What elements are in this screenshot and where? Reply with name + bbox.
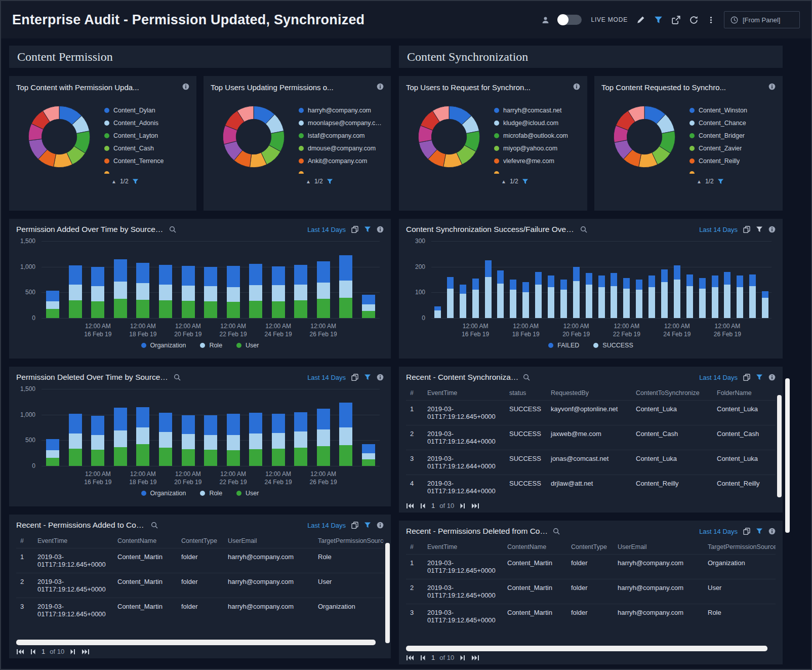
x-axis-label: 12:00 AM22 Feb 19 [220,322,247,338]
more-options-icon[interactable] [707,16,715,24]
bar-segment [686,274,693,286]
bar-segment [69,433,82,448]
legend-page-up-icon[interactable]: ▲ [306,179,311,184]
horizontal-scrollbar[interactable] [16,640,376,645]
bar-segment [497,270,504,283]
horizontal-scrollbar[interactable] [406,646,767,651]
content-permission-column: Content Permission Top Content with Perm… [9,46,391,664]
bar-segment [136,283,149,299]
export-icon[interactable] [672,16,680,24]
legend-page-up-icon[interactable]: ▲ [111,179,116,184]
panel-title: Content Synchronization Success/Failure … [406,225,576,234]
stacked-bar [447,277,454,318]
filter-icon[interactable] [132,178,139,185]
copy-icon[interactable] [351,374,358,381]
y-axis-tick: 500 [25,289,35,296]
copy-icon[interactable] [743,374,750,381]
legend-dot [494,133,499,138]
info-icon[interactable] [377,374,384,381]
legend-item: Role [200,341,222,349]
first-page-icon[interactable] [406,502,414,509]
last-page-icon[interactable] [471,654,479,661]
filter-icon[interactable] [756,226,763,233]
live-mode-toggle[interactable] [558,15,582,25]
stacked-bar [272,414,285,466]
prev-page-icon[interactable] [29,648,37,655]
table-cell: 2019-03-01T17:19:12.645+0000 [423,604,503,629]
magnifier-icon[interactable] [151,522,158,529]
magnifier-icon[interactable] [169,226,176,233]
edit-pencil-icon[interactable] [637,16,645,24]
vertical-scrollbar[interactable] [385,543,390,643]
legend-page-up-icon[interactable]: ▲ [697,179,702,184]
info-icon[interactable] [377,83,384,90]
filter-icon[interactable] [364,226,371,233]
stacked-bar [661,269,668,318]
time-range-label[interactable]: Last 14 Days [307,522,346,529]
first-page-icon[interactable] [16,648,24,655]
vertical-scrollbar[interactable] [777,395,782,497]
bar-segment [522,282,529,292]
bar-segment [159,413,172,432]
legend-page-up-icon[interactable]: ▲ [501,179,506,184]
legend-label: microfab@outlook.com [503,132,568,139]
filter-icon[interactable] [364,374,371,381]
magnifier-icon[interactable] [174,374,181,381]
info-icon[interactable] [377,522,384,529]
info-icon[interactable] [768,226,776,233]
copy-icon[interactable] [351,226,358,233]
info-icon[interactable] [768,83,776,90]
page-number: 1 [42,648,45,655]
bar-segment [272,449,285,466]
bar-segment [294,412,307,432]
legend-dot [104,159,109,164]
first-page-icon[interactable] [406,654,414,661]
prev-page-icon[interactable] [419,502,427,509]
magnifier-icon[interactable] [580,226,587,233]
last-page-icon[interactable] [471,502,479,509]
table-cell: SUCCESS [505,401,547,425]
table-cell: harryh@company.com [224,598,314,623]
bar-segment [573,281,580,319]
filter-icon[interactable] [717,178,724,185]
time-range-label[interactable]: Last 14 Days [307,374,346,381]
info-icon[interactable] [768,528,776,535]
copy-icon[interactable] [743,528,750,535]
legend-item: User [236,489,259,497]
bar-segment [674,280,680,318]
info-icon[interactable] [182,83,189,90]
magnifier-icon[interactable] [523,374,530,381]
filter-icon[interactable] [756,528,763,535]
filter-icon[interactable] [327,178,333,185]
filter-icon[interactable] [364,522,371,529]
prev-page-icon[interactable] [419,654,427,661]
next-page-icon[interactable] [459,502,467,509]
info-icon[interactable] [768,374,776,381]
time-range-selector[interactable]: [From Panel] [724,11,800,28]
bar-segment [611,286,617,318]
page-vertical-scrollbar[interactable] [785,378,790,533]
stacked-bar [724,272,730,318]
info-icon[interactable] [573,83,580,90]
filter-icon[interactable] [654,16,663,24]
donut-legend: Content_DylanContent_AdonisContent_Layto… [104,104,189,174]
last-page-icon[interactable] [82,648,90,655]
filter-icon[interactable] [756,374,763,381]
refresh-icon[interactable] [689,16,698,24]
table-row: 22019-03-01T17:19:12.645+0000Content_Mar… [406,579,776,604]
next-page-icon[interactable] [69,648,77,655]
copy-icon[interactable] [351,522,358,529]
next-page-icon[interactable] [459,654,467,661]
filter-icon[interactable] [522,178,529,185]
bar-segment [460,285,466,294]
time-range-label[interactable]: Last 14 Days [307,226,346,233]
panel-title: Top Content Requested to Synchro... [601,83,726,92]
time-range-label[interactable]: Last 14 Days [699,528,738,535]
time-range-label[interactable]: Last 14 Days [699,226,738,233]
magnifier-icon[interactable] [553,528,560,535]
time-range-label[interactable]: Last 14 Days [699,374,738,381]
bar-segment [472,279,479,290]
info-icon[interactable] [377,226,384,233]
copy-icon[interactable] [743,226,750,233]
stacked-bar [69,265,82,318]
